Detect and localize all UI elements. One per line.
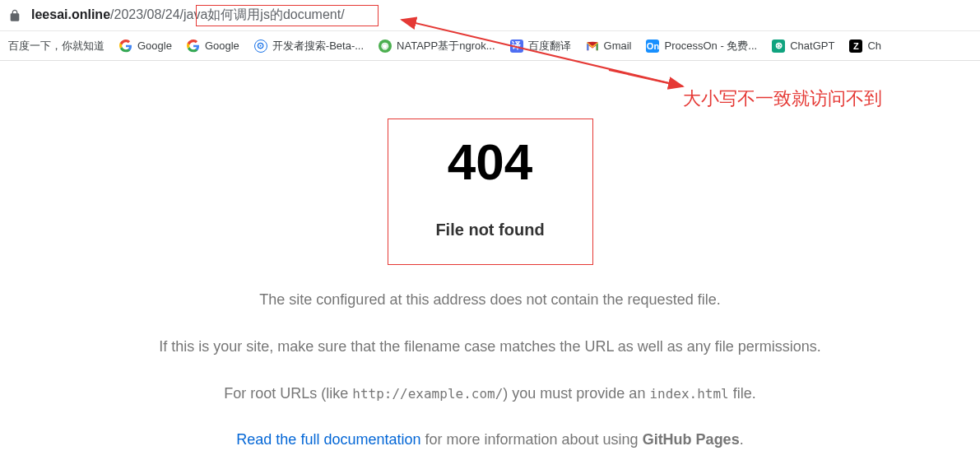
msg-line-1: The site configured at this address does…	[16, 288, 964, 312]
bookmark-label: NATAPP基于ngrok...	[397, 39, 495, 53]
error-code: 404	[448, 137, 532, 188]
ch-icon: Z	[849, 39, 862, 53]
bookmark-label: Gmail	[604, 39, 632, 52]
msg-text: .	[740, 431, 744, 448]
message-area: The site configured at this address does…	[0, 288, 980, 452]
msg-line-3: For root URLs (like http://example.com/)…	[16, 382, 964, 406]
github-pages-text: GitHub Pages	[643, 431, 740, 448]
msg-line-2: If this is your site, make sure that the…	[16, 335, 964, 359]
code-example-url: http://example.com/	[352, 386, 503, 402]
documentation-link[interactable]: Read the full documentation	[236, 431, 420, 448]
chatgpt-icon: ⊛	[772, 39, 785, 53]
msg-text: For root URLs (like	[224, 385, 352, 402]
url-domain: leesai.online	[31, 7, 110, 21]
bookmark-baidu-fanyi[interactable]: 译 百度翻译	[510, 39, 571, 53]
msg-line-4: Read the full documentation for more inf…	[16, 428, 964, 452]
bookmark-label: ChatGPT	[790, 39, 834, 52]
bookmark-label: 百度翻译	[528, 39, 571, 53]
bookmark-processon[interactable]: On ProcessOn - 免费...	[646, 39, 757, 53]
bookmark-google-1[interactable]: Google	[119, 39, 172, 53]
google-icon	[119, 39, 132, 53]
bookmark-gmail[interactable]: Gmail	[586, 39, 632, 53]
bookmark-baidu[interactable]: 百度一下，你就知道	[8, 39, 105, 53]
bookmark-label: Google	[137, 39, 172, 52]
natapp-icon: ◉	[379, 39, 392, 53]
msg-text: file.	[729, 385, 756, 402]
gmail-icon	[586, 39, 599, 53]
msg-text: ) you must provide an	[503, 385, 649, 402]
bookmarks-bar: 百度一下，你就知道 Google Google ⊙ 开发者搜索-Beta-...…	[0, 31, 980, 61]
error-box: 404 File not found	[388, 118, 593, 265]
bookmark-label: Ch	[867, 39, 881, 52]
dev-search-icon: ⊙	[254, 39, 267, 53]
code-index-html: index.html	[649, 386, 728, 402]
url-input[interactable]: leesai.online/2023/08/24/java如何调用js的docu…	[31, 7, 345, 24]
fanyi-icon: 译	[510, 39, 523, 53]
url-path: /2023/08/24/java如何调用js的document/	[110, 7, 345, 21]
lock-icon	[8, 9, 21, 22]
bookmark-chatgpt[interactable]: ⊛ ChatGPT	[772, 39, 834, 53]
bookmark-label: 开发者搜索-Beta-...	[272, 39, 364, 53]
page-content: 404 File not found The site configured a…	[0, 61, 980, 452]
bookmark-label: 百度一下，你就知道	[8, 39, 105, 53]
bookmark-label: ProcessOn - 免费...	[664, 39, 757, 53]
bookmark-natapp[interactable]: ◉ NATAPP基于ngrok...	[379, 39, 495, 53]
error-text: File not found	[435, 221, 544, 239]
msg-text: for more information about using	[420, 431, 642, 448]
bookmark-google-2[interactable]: Google	[187, 39, 239, 53]
google-icon	[187, 39, 200, 53]
bookmark-dev-search[interactable]: ⊙ 开发者搜索-Beta-...	[254, 39, 364, 53]
processon-icon: On	[646, 39, 659, 53]
bookmark-label: Google	[205, 39, 239, 52]
bookmark-ch[interactable]: Z Ch	[849, 39, 881, 53]
address-bar: leesai.online/2023/08/24/java如何调用js的docu…	[0, 0, 980, 31]
